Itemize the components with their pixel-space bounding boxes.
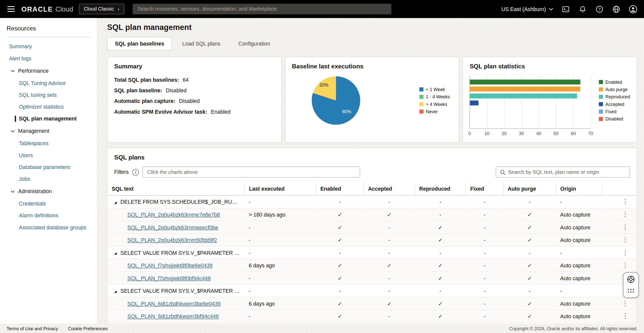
empty-value-dash: - bbox=[388, 237, 390, 243]
tab-sql-plan-baselines[interactable]: SQL plan baselines bbox=[107, 37, 172, 51]
check-icon: ✓ bbox=[527, 275, 532, 281]
baseline-pie-chart[interactable]: 80%20% bbox=[312, 76, 360, 124]
column-header-accepted[interactable]: Accepted bbox=[364, 183, 415, 195]
check-icon: ✓ bbox=[527, 224, 532, 230]
filter-row: Filters i bbox=[114, 166, 630, 178]
language-globe-icon[interactable] bbox=[612, 5, 621, 14]
check-icon: ✓ bbox=[387, 262, 392, 268]
plan-name-link[interactable]: SQL_PLAN_2q0u4bzk63rnme7e8e7b8 bbox=[127, 212, 220, 218]
reproduced-cell: ✓ bbox=[415, 272, 466, 284]
check-icon: ✓ bbox=[438, 237, 443, 243]
bar-enabled bbox=[470, 79, 580, 85]
row-actions-kebab[interactable]: ⋮ bbox=[621, 300, 629, 307]
empty-value-dash: - bbox=[339, 249, 341, 256]
assistant-button[interactable] bbox=[625, 275, 637, 284]
row-actions-kebab[interactable]: ⋮ bbox=[621, 211, 629, 218]
sidebar-item-credentials[interactable]: Credentials bbox=[7, 198, 90, 210]
column-header-fixed[interactable]: Fixed bbox=[466, 183, 503, 195]
region-selector[interactable]: US East (Ashburn) bbox=[501, 6, 553, 12]
sidebar-section-administration[interactable]: Administration bbox=[7, 185, 90, 198]
legend-item-reproduced: Reproduced bbox=[599, 94, 630, 99]
row-actions-kebab[interactable]: ⋮ bbox=[621, 237, 629, 243]
empty-value-dash: - bbox=[339, 288, 341, 294]
footer-link-cookie-preferences[interactable]: Cookie Preferences bbox=[68, 326, 108, 331]
column-header-origin[interactable]: Origin bbox=[556, 183, 602, 195]
widget-grid-handle[interactable] bbox=[625, 286, 637, 295]
help-icon[interactable]: ? bbox=[595, 5, 604, 14]
info-icon[interactable]: i bbox=[132, 169, 139, 175]
check-icon: ✓ bbox=[338, 301, 342, 307]
sidebar-item-sql-tuning-sets[interactable]: SQL tuning sets bbox=[7, 89, 90, 101]
tab-configuration[interactable]: Configuration bbox=[231, 37, 278, 51]
row-actions-kebab[interactable]: ⋮ bbox=[621, 262, 629, 269]
legend-swatch bbox=[599, 95, 603, 99]
sidebar-item-alarm-definitions[interactable]: Alarm definitions bbox=[7, 210, 90, 221]
oracle-cloud-logo[interactable]: ORACLECloud bbox=[21, 5, 73, 13]
sql-group-row: ◢DELETE FROM SYS.SCHEDULER$_JOB_RUN_DET…… bbox=[108, 195, 636, 208]
sidebar-item-associated-database-groups[interactable]: Associated database groups bbox=[7, 222, 90, 233]
sidebar-section-performance[interactable]: Performance bbox=[7, 64, 90, 77]
sidebar-item-users[interactable]: Users bbox=[7, 149, 90, 161]
last-executed-cell: 6 days ago bbox=[245, 259, 316, 272]
sidebar-item-jobs[interactable]: Jobs bbox=[7, 173, 90, 185]
plan-name-link[interactable]: SQL_PLAN_f7phxjjwkt8f0bf94c446 bbox=[127, 275, 211, 281]
plan-name-link[interactable]: SQL_PLAN_2q0u4bzk63rnm50fdd9f2 bbox=[127, 237, 217, 243]
legend-swatch bbox=[419, 95, 423, 99]
column-header-sql-text[interactable]: SQL text bbox=[108, 183, 245, 195]
sql-text-cell: SQL_PLAN_2q0u4bzk63rnme7e8e7b8 bbox=[108, 208, 245, 221]
sidebar-item-summary[interactable]: Summary bbox=[7, 40, 90, 52]
hamburger-menu-icon[interactable] bbox=[7, 5, 16, 13]
plan-name-link[interactable]: SQL_PLAN_6dt1zbdhkwpm3bf94c446 bbox=[127, 313, 219, 319]
row-actions-kebab[interactable]: ⋮ bbox=[621, 198, 629, 205]
summary-field: Total SQL plan baselines:64 bbox=[114, 77, 275, 83]
row-actions-kebab[interactable]: ⋮ bbox=[621, 313, 629, 319]
empty-value-dash: - bbox=[484, 288, 486, 294]
plans-search-input[interactable] bbox=[508, 169, 626, 175]
plan-name-link[interactable]: SQL_PLAN_6dt1zbdhkwpm3be6e0439 bbox=[127, 301, 221, 307]
column-header-enabled[interactable]: Enabled bbox=[316, 183, 364, 195]
column-header-last-executed[interactable]: Last executed bbox=[245, 183, 316, 195]
tab-load-sql-plans[interactable]: Load SQL plans bbox=[175, 37, 228, 51]
sidebar-item-tablespaces[interactable]: Tablespaces bbox=[7, 137, 90, 149]
grid-handle-icon bbox=[627, 288, 634, 293]
user-avatar[interactable] bbox=[628, 5, 637, 14]
sidebar-item-database-parameters[interactable]: Database parameters bbox=[7, 161, 90, 173]
expand-toggle-icon[interactable]: ◢ bbox=[114, 251, 117, 255]
plans-search-box bbox=[496, 166, 630, 178]
actions-cell: ⋮ bbox=[602, 297, 637, 310]
reproduced-cell: ✓ bbox=[415, 234, 466, 246]
footer-link-terms-of-use-and-privacy[interactable]: Terms of Use and Privacy bbox=[7, 326, 58, 331]
plan-name-link[interactable]: SQL_PLAN_2q0u4bzk63rnmeeecf0be bbox=[127, 224, 218, 230]
row-actions-kebab[interactable]: ⋮ bbox=[621, 249, 629, 256]
sidebar-item-optimizer-statistics[interactable]: Optimizer statistics bbox=[7, 101, 90, 113]
sidebar-section-management[interactable]: Management bbox=[7, 125, 90, 138]
empty-value-dash: - bbox=[484, 199, 486, 205]
legend-label: Fixed bbox=[605, 109, 617, 114]
expand-toggle-icon[interactable]: ◢ bbox=[114, 289, 117, 293]
filter-input[interactable] bbox=[143, 166, 360, 178]
column-header-reproduced[interactable]: Reproduced bbox=[415, 183, 466, 195]
plan-name-link[interactable]: SQL_PLAN_f7phxjjwkt8f0be6e0439 bbox=[127, 262, 213, 268]
x-tick-label: 30 bbox=[519, 131, 524, 136]
expand-toggle-icon[interactable]: ◢ bbox=[114, 200, 117, 204]
chevron-right-icon: › bbox=[118, 6, 119, 12]
sidebar-item-sql-tuning-advisor[interactable]: SQL Tuning Advisor bbox=[7, 77, 90, 89]
assistant-icon bbox=[626, 275, 635, 284]
sidebar-item-alert-logs[interactable]: Alert logs bbox=[7, 53, 90, 64]
cloud-shell-icon[interactable] bbox=[561, 5, 570, 14]
last-executed-cell: - bbox=[245, 221, 316, 234]
oracle-cloud-console: ORACLECloud Cloud Classic › US East (Ash… bbox=[0, 0, 644, 333]
notifications-bell-icon[interactable] bbox=[578, 5, 587, 14]
bar-plot[interactable] bbox=[469, 75, 591, 129]
column-header-auto-purge[interactable]: Auto purge bbox=[503, 183, 556, 195]
cloud-classic-button[interactable]: Cloud Classic › bbox=[79, 4, 124, 14]
global-search-input[interactable] bbox=[132, 4, 391, 14]
summary-field-value: Enabled bbox=[211, 109, 230, 115]
footer-links: Terms of Use and PrivacyCookie Preferenc… bbox=[7, 326, 108, 331]
origin-cell: Auto capture bbox=[556, 272, 602, 284]
empty-value-dash: - bbox=[529, 249, 530, 256]
sidebar-item-sql-plan-management[interactable]: SQL plan management bbox=[7, 113, 90, 124]
row-actions-kebab[interactable]: ⋮ bbox=[621, 224, 629, 230]
auto-purge-cell: ✓ bbox=[503, 221, 556, 234]
fixed-cell: - bbox=[466, 234, 503, 246]
